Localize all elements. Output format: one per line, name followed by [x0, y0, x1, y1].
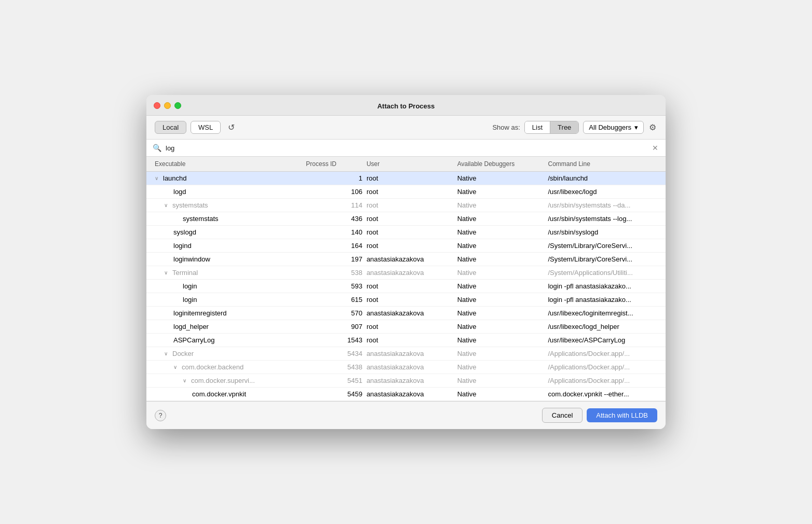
table-row[interactable]: ∨com.docker.backend5438anastasiakazakova… — [146, 361, 666, 374]
user: root — [364, 199, 455, 212]
minimize-button[interactable] — [164, 102, 171, 109]
process-id: 436 — [304, 212, 364, 225]
table-row[interactable]: syslogd140rootNative/usr/sbin/syslogd — [146, 226, 666, 239]
table-row[interactable]: loginitemregisterd570anastasiakazakovaNa… — [146, 307, 666, 320]
help-button[interactable]: ? — [155, 410, 166, 421]
user: anastasiakazakova — [364, 266, 455, 279]
table-row[interactable]: logd_helper907rootNative/usr/libexec/log… — [146, 320, 666, 334]
table-row[interactable]: loginwindow197anastasiakazakovaNative/Sy… — [146, 253, 666, 266]
refresh-button[interactable]: ↺ — [225, 121, 238, 133]
available-debuggers: Native — [455, 334, 546, 347]
table-row[interactable]: login593rootNativelogin -pfl anastasiaka… — [146, 280, 666, 293]
available-debuggers: Native — [455, 293, 546, 306]
user: root — [364, 334, 455, 347]
available-debuggers: Native — [455, 361, 546, 374]
executable-name: syslogd — [173, 228, 196, 236]
tree-view-button[interactable]: Tree — [550, 121, 578, 133]
table-row[interactable]: com.docker.vpnkit5459anastasiakazakovaNa… — [146, 388, 666, 401]
attach-to-process-dialog: Attach to Process Local WSL ↺ Show as: L… — [146, 95, 666, 429]
table-row[interactable]: ∨com.docker.supervi...5451anastasiakazak… — [146, 374, 666, 388]
gear-icon: ⚙ — [649, 123, 656, 132]
table-row[interactable]: ∨launchd1rootNative/sbin/launchd — [146, 172, 666, 185]
table-row[interactable]: ASPCarryLog1543rootNative/usr/libexec/AS… — [146, 334, 666, 347]
command-line: login -pfl anastasiakazako... — [546, 293, 659, 306]
table-row[interactable]: ∨Docker5434anastasiakazakovaNative/Appli… — [146, 347, 666, 361]
debugger-dropdown[interactable]: All Debuggers ▾ — [583, 121, 644, 134]
search-clear-button[interactable]: ✕ — [651, 144, 659, 152]
user: root — [364, 280, 455, 293]
command-line: /usr/sbin/syslogd — [546, 226, 659, 239]
executable-name: com.docker.supervi... — [191, 377, 255, 384]
wsl-button[interactable]: WSL — [191, 121, 221, 134]
available-debuggers: Native — [455, 226, 546, 239]
user: root — [364, 239, 455, 252]
process-id: 114 — [304, 199, 364, 212]
table-row[interactable]: ∨systemstats114rootNative/usr/sbin/syste… — [146, 199, 666, 212]
available-debuggers: Native — [455, 307, 546, 320]
cancel-button[interactable]: Cancel — [542, 408, 583, 423]
available-debuggers: Native — [455, 280, 546, 293]
search-icon: 🔍 — [153, 144, 161, 152]
dialog-title: Attach to Process — [377, 102, 435, 110]
chevron-icon: ∨ — [155, 175, 161, 181]
command-line: com.docker.vpnkit --ether... — [546, 388, 659, 401]
close-button[interactable] — [154, 102, 160, 109]
command-line: /Applications/Docker.app/... — [546, 374, 659, 387]
executable-name: systemstats — [172, 201, 208, 209]
footer: ? Cancel Attach with LLDB — [146, 401, 666, 429]
process-id: 164 — [304, 239, 364, 252]
maximize-button[interactable] — [174, 102, 181, 109]
list-view-button[interactable]: List — [525, 121, 550, 133]
command-line: /System/Applications/Utiliti... — [546, 266, 659, 279]
chevron-icon: ∨ — [164, 270, 170, 275]
available-debuggers: Native — [455, 199, 546, 212]
process-id: 106 — [304, 185, 364, 198]
refresh-icon: ↺ — [228, 123, 235, 132]
executable-name: ASPCarryLog — [173, 336, 214, 344]
executable-name: logd_helper — [173, 323, 209, 330]
table-row[interactable]: login615rootNativelogin -pfl anastasiaka… — [146, 293, 666, 307]
command-line: /usr/libexec/loginitemregist... — [546, 307, 659, 320]
user: anastasiakazakova — [364, 374, 455, 387]
user: anastasiakazakova — [364, 347, 455, 360]
user: root — [364, 185, 455, 198]
process-id: 615 — [304, 293, 364, 306]
user: root — [364, 293, 455, 306]
available-debuggers: Native — [455, 320, 546, 333]
command-line: /usr/libexec/logd_helper — [546, 320, 659, 333]
col-user: User — [364, 159, 455, 169]
command-line: login -pfl anastasiakazako... — [546, 280, 659, 293]
executable-name: com.docker.backend — [182, 363, 243, 371]
executable-name: Terminal — [172, 269, 198, 277]
title-bar: Attach to Process — [146, 95, 666, 116]
executable-name: loginwindow — [173, 255, 210, 263]
settings-button[interactable]: ⚙ — [648, 121, 657, 133]
command-line: /System/Library/CoreServi... — [546, 253, 659, 266]
process-id: 5438 — [304, 361, 364, 374]
user: anastasiakazakova — [364, 361, 455, 374]
executable-name: systemstats — [183, 215, 219, 223]
table-row[interactable]: logind164rootNative/System/Library/CoreS… — [146, 239, 666, 253]
search-input[interactable] — [166, 144, 647, 152]
toolbar: Local WSL ↺ Show as: List Tree All Debug… — [146, 116, 666, 140]
available-debuggers: Native — [455, 172, 546, 185]
process-id: 197 — [304, 253, 364, 266]
local-button[interactable]: Local — [155, 121, 186, 134]
available-debuggers: Native — [455, 374, 546, 387]
executable-name: com.docker.vpnkit — [192, 390, 246, 398]
user: anastasiakazakova — [364, 253, 455, 266]
table-row[interactable]: ∨Terminal538anastasiakazakovaNative/Syst… — [146, 266, 666, 280]
col-cmdline: Command Line — [546, 159, 659, 169]
process-id: 5434 — [304, 347, 364, 360]
table-row[interactable]: systemstats436rootNative/usr/sbin/system… — [146, 212, 666, 226]
command-line: /sbin/launchd — [546, 172, 659, 185]
executable-name: logd — [173, 188, 186, 196]
command-line: /usr/libexec/logd — [546, 185, 659, 198]
command-line: /Applications/Docker.app/... — [546, 361, 659, 374]
show-as-group: List Tree — [524, 121, 579, 134]
user: root — [364, 172, 455, 185]
executable-name: login — [183, 296, 197, 304]
attach-button[interactable]: Attach with LLDB — [587, 408, 657, 422]
table-row[interactable]: logd106rootNative/usr/libexec/logd — [146, 185, 666, 199]
executable-name: logind — [173, 242, 192, 250]
